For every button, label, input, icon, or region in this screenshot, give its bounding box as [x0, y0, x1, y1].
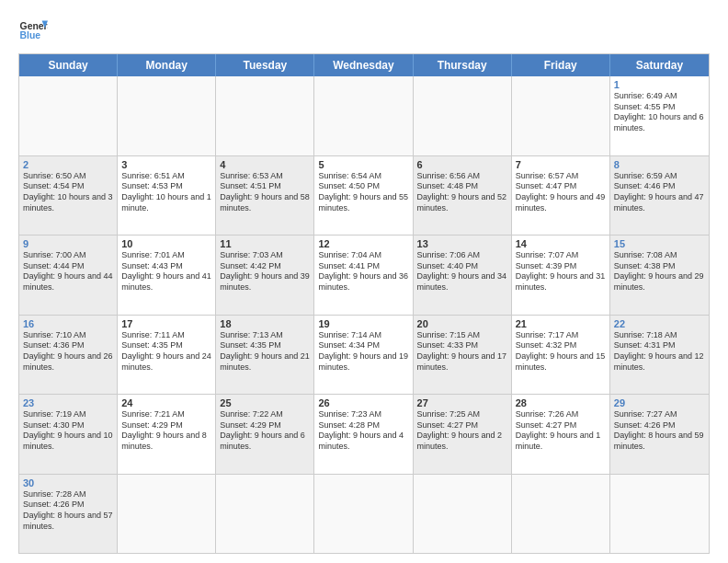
calendar-cell: 19Sunrise: 7:14 AM Sunset: 4:34 PM Dayli…: [314, 316, 413, 395]
day-info: Sunrise: 7:04 AM Sunset: 4:41 PM Dayligh…: [318, 250, 408, 293]
calendar-cell: [610, 475, 709, 554]
day-info: Sunrise: 7:17 AM Sunset: 4:32 PM Dayligh…: [516, 330, 606, 373]
calendar-cell: [512, 76, 610, 155]
calendar-cell: 28Sunrise: 7:26 AM Sunset: 4:27 PM Dayli…: [512, 395, 610, 474]
day-number: 14: [516, 238, 606, 249]
calendar-cell: 27Sunrise: 7:25 AM Sunset: 4:27 PM Dayli…: [414, 395, 512, 474]
day-number: 17: [121, 318, 211, 329]
day-number: 11: [220, 238, 310, 249]
calendar-cell: 14Sunrise: 7:07 AM Sunset: 4:39 PM Dayli…: [512, 236, 610, 315]
calendar-cell: [414, 76, 512, 155]
calendar-cell: 8Sunrise: 6:59 AM Sunset: 4:46 PM Daylig…: [610, 156, 709, 236]
calendar-cell: 21Sunrise: 7:17 AM Sunset: 4:32 PM Dayli…: [512, 316, 610, 395]
calendar-cell: 11Sunrise: 7:03 AM Sunset: 4:42 PM Dayli…: [216, 236, 314, 315]
day-info: Sunrise: 7:14 AM Sunset: 4:34 PM Dayligh…: [318, 330, 408, 373]
weekday-header-saturday: Saturday: [610, 54, 709, 76]
calendar-cell: [414, 475, 512, 554]
calendar-row-1: 2Sunrise: 6:50 AM Sunset: 4:54 PM Daylig…: [19, 155, 709, 236]
day-info: Sunrise: 7:13 AM Sunset: 4:35 PM Dayligh…: [220, 330, 310, 373]
day-number: 29: [614, 397, 705, 408]
page: General Blue SundayMondayTuesdayWednesda…: [0, 0, 728, 563]
calendar: SundayMondayTuesdayWednesdayThursdayFrid…: [18, 53, 710, 554]
day-number: 30: [23, 477, 113, 488]
day-info: Sunrise: 7:07 AM Sunset: 4:39 PM Dayligh…: [516, 250, 606, 293]
day-number: 2: [23, 159, 113, 170]
calendar-cell: 30Sunrise: 7:28 AM Sunset: 4:26 PM Dayli…: [19, 475, 118, 554]
calendar-row-2: 9Sunrise: 7:00 AM Sunset: 4:44 PM Daylig…: [19, 235, 709, 315]
calendar-header: SundayMondayTuesdayWednesdayThursdayFrid…: [19, 54, 709, 76]
day-number: 20: [417, 318, 507, 329]
calendar-cell: 17Sunrise: 7:11 AM Sunset: 4:35 PM Dayli…: [118, 316, 216, 395]
calendar-cell: [118, 475, 216, 554]
weekday-header-tuesday: Tuesday: [216, 54, 314, 76]
day-info: Sunrise: 7:27 AM Sunset: 4:26 PM Dayligh…: [614, 409, 705, 453]
calendar-row-4: 23Sunrise: 7:19 AM Sunset: 4:30 PM Dayli…: [19, 394, 709, 474]
day-number: 1: [614, 79, 705, 90]
calendar-row-5: 30Sunrise: 7:28 AM Sunset: 4:26 PM Dayli…: [19, 474, 709, 554]
day-number: 19: [318, 318, 408, 329]
calendar-cell: 4Sunrise: 6:53 AM Sunset: 4:51 PM Daylig…: [216, 156, 314, 236]
day-info: Sunrise: 7:18 AM Sunset: 4:31 PM Dayligh…: [614, 330, 705, 373]
calendar-cell: 16Sunrise: 7:10 AM Sunset: 4:36 PM Dayli…: [19, 316, 118, 395]
day-info: Sunrise: 7:25 AM Sunset: 4:27 PM Dayligh…: [417, 409, 507, 453]
day-info: Sunrise: 7:15 AM Sunset: 4:33 PM Dayligh…: [417, 330, 507, 373]
calendar-cell: 22Sunrise: 7:18 AM Sunset: 4:31 PM Dayli…: [610, 316, 709, 395]
calendar-cell: 12Sunrise: 7:04 AM Sunset: 4:41 PM Dayli…: [314, 236, 413, 315]
calendar-row-0: 1Sunrise: 6:49 AM Sunset: 4:55 PM Daylig…: [19, 76, 709, 155]
day-number: 23: [23, 397, 113, 408]
calendar-cell: 20Sunrise: 7:15 AM Sunset: 4:33 PM Dayli…: [414, 316, 512, 395]
calendar-body: 1Sunrise: 6:49 AM Sunset: 4:55 PM Daylig…: [19, 76, 709, 553]
calendar-cell: 26Sunrise: 7:23 AM Sunset: 4:28 PM Dayli…: [314, 395, 413, 474]
weekday-header-sunday: Sunday: [19, 54, 118, 76]
day-number: 26: [318, 397, 408, 408]
day-number: 8: [614, 159, 705, 170]
day-info: Sunrise: 6:56 AM Sunset: 4:48 PM Dayligh…: [417, 171, 507, 214]
day-info: Sunrise: 7:00 AM Sunset: 4:44 PM Dayligh…: [23, 250, 113, 293]
day-info: Sunrise: 7:01 AM Sunset: 4:43 PM Dayligh…: [121, 250, 211, 293]
day-number: 9: [23, 238, 113, 249]
calendar-cell: [314, 76, 413, 155]
day-number: 18: [220, 318, 310, 329]
day-info: Sunrise: 7:10 AM Sunset: 4:36 PM Dayligh…: [23, 330, 113, 373]
calendar-cell: 15Sunrise: 7:08 AM Sunset: 4:38 PM Dayli…: [610, 236, 709, 315]
calendar-cell: [19, 76, 118, 155]
day-number: 22: [614, 318, 705, 329]
day-info: Sunrise: 6:53 AM Sunset: 4:51 PM Dayligh…: [220, 171, 310, 214]
day-number: 15: [614, 238, 705, 249]
weekday-header-wednesday: Wednesday: [314, 54, 413, 76]
day-info: Sunrise: 7:11 AM Sunset: 4:35 PM Dayligh…: [121, 330, 211, 373]
weekday-header-friday: Friday: [512, 54, 610, 76]
day-info: Sunrise: 7:22 AM Sunset: 4:29 PM Dayligh…: [220, 409, 310, 453]
calendar-cell: 29Sunrise: 7:27 AM Sunset: 4:26 PM Dayli…: [610, 395, 709, 474]
day-info: Sunrise: 6:59 AM Sunset: 4:46 PM Dayligh…: [614, 171, 705, 214]
day-number: 24: [121, 397, 211, 408]
calendar-cell: [314, 475, 413, 554]
day-info: Sunrise: 6:51 AM Sunset: 4:53 PM Dayligh…: [121, 171, 211, 214]
day-number: 21: [516, 318, 606, 329]
calendar-cell: 10Sunrise: 7:01 AM Sunset: 4:43 PM Dayli…: [118, 236, 216, 315]
calendar-row-3: 16Sunrise: 7:10 AM Sunset: 4:36 PM Dayli…: [19, 315, 709, 395]
day-info: Sunrise: 6:54 AM Sunset: 4:50 PM Dayligh…: [318, 171, 408, 214]
day-info: Sunrise: 7:21 AM Sunset: 4:29 PM Dayligh…: [121, 409, 211, 453]
calendar-cell: 9Sunrise: 7:00 AM Sunset: 4:44 PM Daylig…: [19, 236, 118, 315]
calendar-cell: 18Sunrise: 7:13 AM Sunset: 4:35 PM Dayli…: [216, 316, 314, 395]
day-info: Sunrise: 7:28 AM Sunset: 4:26 PM Dayligh…: [23, 489, 113, 533]
day-number: 27: [417, 397, 507, 408]
day-number: 4: [220, 159, 310, 170]
day-number: 13: [417, 238, 507, 249]
calendar-cell: 7Sunrise: 6:57 AM Sunset: 4:47 PM Daylig…: [512, 156, 610, 236]
calendar-cell: [216, 76, 314, 155]
calendar-cell: [512, 475, 610, 554]
calendar-cell: 3Sunrise: 6:51 AM Sunset: 4:53 PM Daylig…: [118, 156, 216, 236]
day-info: Sunrise: 7:26 AM Sunset: 4:27 PM Dayligh…: [516, 409, 606, 453]
logo-icon: General Blue: [18, 15, 48, 44]
logo: General Blue: [18, 15, 48, 44]
calendar-cell: 2Sunrise: 6:50 AM Sunset: 4:54 PM Daylig…: [19, 156, 118, 236]
day-info: Sunrise: 6:57 AM Sunset: 4:47 PM Dayligh…: [516, 171, 606, 214]
day-number: 5: [318, 159, 408, 170]
calendar-cell: 6Sunrise: 6:56 AM Sunset: 4:48 PM Daylig…: [414, 156, 512, 236]
day-number: 10: [121, 238, 211, 249]
day-info: Sunrise: 7:06 AM Sunset: 4:40 PM Dayligh…: [417, 250, 507, 293]
day-info: Sunrise: 7:08 AM Sunset: 4:38 PM Dayligh…: [614, 250, 705, 293]
day-info: Sunrise: 6:50 AM Sunset: 4:54 PM Dayligh…: [23, 171, 113, 214]
